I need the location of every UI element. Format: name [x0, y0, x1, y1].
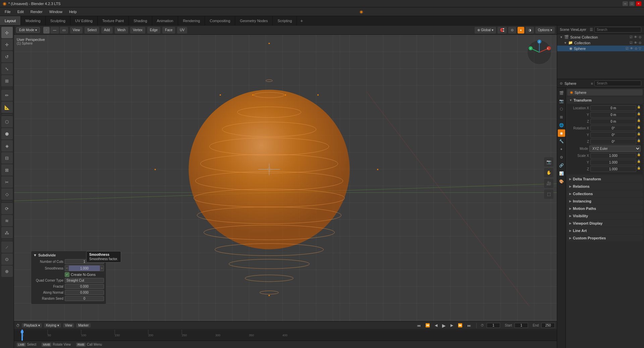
prev-keyframe-btn[interactable]: ◀: [433, 323, 439, 328]
rotation-x-input[interactable]: [590, 125, 636, 131]
rot-x-lock[interactable]: 🔒: [637, 125, 641, 131]
select-menu[interactable]: Select: [85, 27, 99, 34]
visibility-section[interactable]: ▶ Visibility: [567, 213, 643, 219]
vertex-select-mode[interactable]: ⋅: [43, 27, 50, 34]
end-frame-input[interactable]: [541, 323, 555, 328]
vertex-menu[interactable]: Vertex: [130, 27, 145, 34]
move-tool[interactable]: ✛: [1, 39, 13, 50]
menu-help[interactable]: Help: [66, 9, 79, 14]
camera-view-btn[interactable]: 🎥: [544, 179, 553, 188]
outliner-search-input[interactable]: [594, 27, 641, 33]
proportional-edit[interactable]: ⊙: [508, 27, 516, 34]
relations-section[interactable]: ▶ Relations: [567, 183, 643, 190]
snap-toggle[interactable]: 🧲: [497, 27, 507, 34]
annotate-tool[interactable]: ✏: [1, 90, 13, 101]
transform-tool[interactable]: ⊞: [1, 75, 13, 86]
tab-layout[interactable]: Layout: [0, 16, 21, 25]
along-normal-input[interactable]: [65, 290, 104, 295]
inset-tool[interactable]: ⬢: [1, 128, 13, 139]
jump-end-btn[interactable]: ⏭: [466, 324, 472, 328]
minimize-btn[interactable]: ─: [623, 1, 628, 6]
shear-tool[interactable]: ⟋: [1, 241, 13, 253]
tab-compositing[interactable]: Compositing: [205, 16, 235, 25]
create-ngon-checkbox[interactable]: ✓: [65, 272, 69, 277]
tab-geometry-nodes[interactable]: Geometry Nodes: [235, 16, 273, 25]
col-checkbox[interactable]: ☑: [630, 41, 633, 45]
rotate-tool[interactable]: ↺: [1, 51, 13, 62]
collection-item[interactable]: ▼ 📁 Collection ☑ 👁 ⊙: [557, 40, 644, 46]
fractal-input[interactable]: [65, 284, 104, 289]
sphere-filter-icon[interactable]: ▽: [639, 47, 641, 50]
menu-render[interactable]: Render: [28, 9, 45, 14]
props-header-icon[interactable]: ⊙: [560, 81, 562, 85]
quad-corner-input[interactable]: [65, 278, 104, 283]
shading-solid-btn[interactable]: ●: [518, 27, 524, 34]
spin-tool[interactable]: ⟳: [1, 203, 13, 214]
rotation-y-input[interactable]: [590, 132, 636, 138]
motion-paths-section[interactable]: ▶ Motion Paths: [567, 205, 643, 212]
smoothness-decrease[interactable]: <: [65, 267, 69, 270]
edit-mode-dropdown[interactable]: Edit Mode ▾: [16, 27, 40, 33]
location-z-input[interactable]: [590, 119, 636, 124]
rotation-mode-select[interactable]: XYZ Euler XZY Euler Quaternion: [589, 146, 641, 152]
location-y-input[interactable]: [590, 112, 636, 118]
col-eye[interactable]: 👁: [634, 41, 637, 45]
knife-tool[interactable]: ✂: [1, 176, 13, 188]
props-output-icon[interactable]: ⬡: [558, 105, 565, 113]
properties-search-input[interactable]: [594, 80, 641, 86]
smoothness-increase[interactable]: >: [100, 267, 104, 270]
props-options-icon[interactable]: ≡: [591, 81, 593, 85]
next-keyframe-btn[interactable]: ▶: [449, 323, 454, 328]
props-object-icon[interactable]: ◉: [558, 129, 565, 137]
instancing-section[interactable]: ▶ Instancing: [567, 198, 643, 205]
outliner-filter-icon[interactable]: ☰: [590, 27, 593, 32]
add-menu[interactable]: Add: [101, 27, 113, 34]
timeline-mode-icon[interactable]: ⏱: [16, 324, 20, 328]
rot-z-lock[interactable]: 🔒: [637, 139, 641, 144]
props-material-icon[interactable]: 🎨: [558, 178, 565, 185]
menu-window[interactable]: Window: [47, 9, 65, 14]
scale-z-input[interactable]: [590, 166, 636, 172]
loop-cut-tool[interactable]: ⊟: [1, 152, 13, 164]
current-frame-input[interactable]: [487, 323, 500, 328]
tab-scripting[interactable]: Scripting: [273, 16, 297, 25]
props-constraints-icon[interactable]: 🔗: [558, 162, 565, 169]
playback-menu[interactable]: Playback ▾: [22, 323, 42, 328]
marker-menu[interactable]: Marker: [76, 323, 91, 328]
keying-menu[interactable]: Keying ▾: [44, 323, 61, 328]
transform-origin-dropdown[interactable]: ⊕ Global ▾: [475, 27, 496, 34]
delta-transform-section[interactable]: ▶ Delta Transform: [567, 176, 643, 182]
rotation-z-input[interactable]: [590, 139, 636, 144]
uv-menu[interactable]: UV: [177, 27, 187, 34]
sphere-eye[interactable]: 👁: [630, 47, 633, 50]
edge-select-mode[interactable]: ―: [50, 27, 59, 34]
axis-gizmo[interactable]: X Y Z: [526, 39, 553, 66]
push-pull-tool[interactable]: ⊕: [1, 266, 13, 277]
loc-y-lock[interactable]: 🔒: [637, 112, 641, 118]
measure-tool[interactable]: 📐: [1, 102, 13, 113]
view-menu[interactable]: View: [70, 27, 83, 34]
smoothness-slider[interactable]: < 1.000 >: [65, 265, 104, 271]
start-frame-input[interactable]: [515, 323, 528, 328]
scale-z-lock[interactable]: 🔒: [637, 166, 641, 172]
cuts-input[interactable]: [65, 259, 104, 264]
props-scene-icon[interactable]: 🎬: [558, 89, 565, 97]
mesh-menu[interactable]: Mesh: [115, 27, 128, 34]
menu-edit[interactable]: Edit: [15, 9, 26, 14]
loc-x-lock[interactable]: 🔒: [637, 105, 641, 111]
custom-properties-section[interactable]: ▶ Custom Properties: [567, 235, 643, 241]
props-data-icon[interactable]: 📊: [558, 170, 565, 177]
view-menu-tl[interactable]: View: [63, 323, 74, 328]
sc-eye[interactable]: 👁: [634, 35, 637, 39]
sc-checkbox[interactable]: ☑: [630, 35, 633, 39]
props-physics-icon[interactable]: ⚙: [558, 154, 565, 161]
zoom-camera-btn[interactable]: 📷: [544, 157, 553, 167]
sphere-item[interactable]: ◉ Sphere ☑ 👁 ⊙ ▽: [557, 46, 644, 51]
maximize-btn[interactable]: □: [629, 1, 635, 6]
rot-y-lock[interactable]: 🔒: [637, 132, 641, 138]
timeline-ruler[interactable]: 0 50 100 150 200 250 300 350 400: [14, 330, 557, 341]
scale-tool[interactable]: ⤡: [1, 63, 13, 74]
edge-menu[interactable]: Edge: [147, 27, 160, 34]
random-seed-input[interactable]: [65, 296, 104, 301]
options-dropdown[interactable]: Options ▾: [535, 27, 555, 34]
